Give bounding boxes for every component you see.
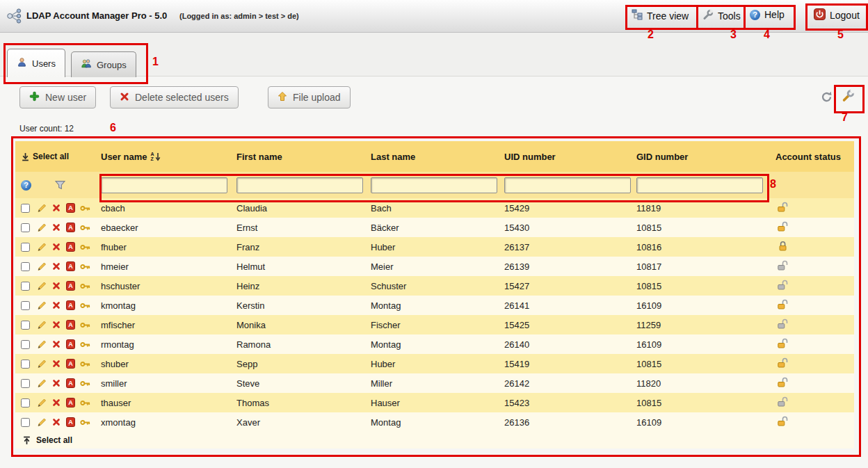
delete-x-icon[interactable] [50, 398, 62, 407]
logout-button[interactable]: Logout [814, 8, 860, 22]
edit-pencil-icon[interactable] [35, 261, 47, 271]
filter-user-name-input[interactable] [101, 177, 227, 193]
row-select-checkbox[interactable] [21, 262, 30, 271]
delete-x-icon[interactable] [50, 262, 62, 271]
tab-users[interactable]: Users [7, 49, 65, 77]
password-key-icon[interactable] [79, 360, 91, 368]
pdf-icon[interactable]: A [65, 359, 77, 369]
row-select-checkbox[interactable] [21, 360, 30, 369]
cell-user-name[interactable]: shuber [101, 359, 236, 369]
sort-icon[interactable]: AZ [150, 152, 160, 161]
password-key-icon[interactable] [79, 341, 91, 348]
tab-groups[interactable]: Groups [71, 51, 136, 77]
new-user-button[interactable]: New user [19, 86, 96, 108]
column-header-uid-number[interactable]: UID number [504, 152, 636, 162]
row-select-checkbox[interactable] [21, 243, 30, 252]
row-select-checkbox[interactable] [21, 398, 30, 408]
row-select-checkbox[interactable] [21, 301, 30, 310]
pdf-icon[interactable]: A [65, 417, 77, 427]
cell-user-name[interactable]: cbach [101, 203, 236, 213]
row-select-checkbox[interactable] [21, 379, 30, 388]
pdf-icon[interactable]: A [65, 339, 77, 349]
delete-x-icon[interactable] [50, 321, 62, 329]
select-all-top-label[interactable]: Select all [33, 152, 69, 161]
row-select-checkbox[interactable] [21, 282, 30, 291]
row-select-checkbox[interactable] [21, 340, 30, 349]
delete-x-icon[interactable] [50, 340, 62, 348]
password-key-icon[interactable] [79, 302, 91, 309]
filter-help-icon[interactable]: ? [21, 180, 31, 191]
edit-pencil-icon[interactable] [35, 242, 47, 252]
column-header-last-name[interactable]: Last name [371, 152, 504, 162]
pdf-icon[interactable]: A [65, 378, 77, 388]
refresh-icon[interactable] [821, 91, 833, 106]
file-upload-button[interactable]: File upload [268, 86, 351, 108]
column-header-gid-number[interactable]: GID number [636, 152, 775, 162]
filter-last-name-input[interactable] [371, 177, 497, 193]
delete-x-icon[interactable] [50, 223, 62, 232]
edit-pencil-icon[interactable] [35, 378, 47, 388]
list-settings-wrench-icon[interactable] [842, 89, 855, 105]
delete-x-icon[interactable] [50, 282, 62, 290]
cell-user-name[interactable]: mfischer [101, 320, 236, 330]
password-key-icon[interactable] [79, 263, 91, 271]
delete-x-icon[interactable] [50, 204, 62, 212]
delete-x-icon[interactable] [50, 418, 62, 426]
select-all-bottom-label[interactable]: Select all [36, 435, 72, 445]
password-key-icon[interactable] [79, 243, 91, 251]
password-key-icon[interactable] [79, 321, 91, 329]
filter-first-name-input[interactable] [236, 177, 363, 193]
edit-pencil-icon[interactable] [35, 223, 47, 232]
tools-button[interactable]: Tools [702, 9, 741, 22]
pdf-icon[interactable]: A [65, 261, 77, 271]
cell-user-name[interactable]: kmontag [101, 300, 236, 311]
select-all-bottom-icon[interactable] [22, 436, 31, 445]
edit-pencil-icon[interactable] [35, 203, 47, 213]
delete-x-icon[interactable] [50, 360, 62, 368]
cell-user-name[interactable]: ebaecker [101, 223, 236, 233]
delete-x-icon[interactable] [50, 379, 62, 387]
pdf-icon[interactable]: A [65, 300, 77, 310]
row-select-checkbox[interactable] [21, 204, 30, 213]
password-key-icon[interactable] [79, 419, 91, 426]
filter-gid-number-input[interactable] [636, 177, 763, 193]
filter-icon[interactable] [55, 180, 65, 190]
edit-pencil-icon[interactable] [35, 281, 47, 291]
edit-pencil-icon[interactable] [35, 417, 47, 427]
filter-uid-number-input[interactable] [504, 177, 631, 193]
edit-pencil-icon[interactable] [35, 359, 47, 369]
delete-x-icon[interactable] [50, 243, 62, 251]
edit-pencil-icon[interactable] [35, 398, 47, 408]
cell-user-name[interactable]: hmeier [101, 261, 236, 272]
delete-selected-button[interactable]: Delete selected users [110, 86, 239, 108]
pdf-icon[interactable]: A [65, 320, 77, 330]
cell-user-name[interactable]: fhuber [101, 242, 236, 252]
pdf-icon[interactable]: A [65, 281, 77, 291]
row-select-checkbox[interactable] [21, 321, 30, 330]
pdf-icon[interactable]: A [65, 242, 77, 252]
edit-pencil-icon[interactable] [35, 320, 47, 330]
select-all-top-icon[interactable] [21, 152, 30, 161]
pdf-icon[interactable]: A [65, 398, 77, 408]
row-select-checkbox[interactable] [21, 418, 30, 427]
password-key-icon[interactable] [79, 282, 91, 290]
edit-pencil-icon[interactable] [35, 300, 47, 310]
edit-pencil-icon[interactable] [35, 339, 47, 349]
cell-user-name[interactable]: smiller [101, 378, 236, 389]
password-key-icon[interactable] [79, 380, 91, 387]
column-header-account-status[interactable]: Account status [775, 152, 854, 162]
column-header-first-name[interactable]: First name [236, 152, 371, 162]
password-key-icon[interactable] [79, 399, 91, 407]
cell-user-name[interactable]: rmontag [101, 339, 236, 350]
pdf-icon[interactable]: A [65, 203, 77, 213]
tree-view-button[interactable]: Tree view [632, 9, 689, 22]
row-select-checkbox[interactable] [21, 223, 30, 232]
delete-x-icon[interactable] [50, 301, 62, 309]
cell-user-name[interactable]: hschuster [101, 281, 236, 291]
cell-user-name[interactable]: thauser [101, 398, 236, 408]
column-header-user-name[interactable]: User name [101, 152, 147, 162]
password-key-icon[interactable] [79, 224, 91, 232]
pdf-icon[interactable]: A [65, 223, 77, 232]
cell-user-name[interactable]: xmontag [101, 417, 236, 428]
password-key-icon[interactable] [79, 204, 91, 212]
